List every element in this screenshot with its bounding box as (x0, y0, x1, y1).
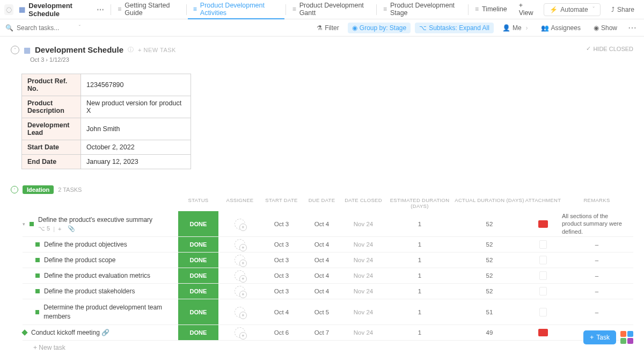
status-cell[interactable]: DONE (178, 211, 218, 236)
attachment-cell[interactable] (524, 329, 562, 336)
date-closed[interactable]: Nov 24 (342, 329, 385, 336)
est-duration[interactable]: 1 (385, 272, 455, 279)
add-subtask[interactable]: + (58, 226, 61, 232)
attachment-cell[interactable] (524, 287, 562, 296)
attachment-cell[interactable] (524, 308, 562, 316)
search-box[interactable]: 🔍 ˇ (5, 24, 80, 32)
attachment-cell[interactable] (524, 220, 562, 228)
due-date[interactable]: Oct 4 (302, 272, 342, 279)
remarks[interactable]: – (562, 257, 632, 263)
task-row[interactable]: Define the product stakeholdersDONEOct 3… (23, 284, 633, 299)
act-duration[interactable]: 52 (455, 221, 524, 227)
col-header[interactable]: ATTACHMENT (524, 195, 562, 211)
assignee-placeholder[interactable] (235, 270, 245, 281)
status-cell[interactable]: DONE (178, 325, 218, 340)
due-date[interactable]: Oct 4 (302, 241, 342, 248)
start-date[interactable]: Oct 3 (261, 288, 302, 294)
new-task-row[interactable]: + New task (11, 341, 633, 353)
due-date[interactable]: Oct 4 (302, 221, 342, 227)
remarks[interactable]: – (562, 309, 632, 315)
assignee-placeholder[interactable] (235, 327, 245, 338)
start-date[interactable]: Oct 3 (261, 241, 302, 248)
start-date[interactable]: Oct 3 (261, 257, 302, 263)
tab-product-development-activities[interactable]: ≡Product Development Activities (188, 0, 284, 19)
info-value[interactable]: John Smith (81, 118, 191, 140)
status-cell[interactable]: DONE (178, 284, 218, 299)
task-name-cell[interactable]: Define the product evaluation metrics (23, 269, 178, 282)
col-header[interactable] (23, 195, 178, 211)
task-name-cell[interactable]: Conduct kickoff meeting 🔗 (23, 326, 178, 339)
est-duration[interactable]: 1 (385, 288, 455, 294)
attachment-icon[interactable]: 📎 (68, 225, 75, 232)
task-name-cell[interactable]: Define the product objectives (23, 238, 178, 251)
app-icon[interactable]: ◌ (4, 4, 13, 15)
task-row[interactable]: ▾Define the product's executive summary⌥… (23, 211, 633, 237)
due-date[interactable]: Oct 5 (302, 309, 342, 315)
info-value[interactable]: 1234567890 (81, 74, 191, 96)
col-header[interactable]: ESTIMATED DURATION (DAYS) (385, 195, 455, 211)
due-date[interactable]: Oct 4 (302, 257, 342, 263)
start-date[interactable]: Oct 4 (261, 309, 302, 315)
remarks[interactable]: – (562, 288, 632, 294)
attachment-cell[interactable] (524, 256, 562, 264)
assignee-placeholder[interactable] (235, 307, 245, 318)
task-row[interactable]: Define the product evaluation metricsDON… (23, 268, 633, 284)
due-date[interactable]: Oct 4 (302, 288, 342, 294)
task-row[interactable]: Define the product scopeDONEOct 3Oct 4No… (23, 253, 633, 268)
info-value[interactable]: January 12, 2023 (81, 155, 191, 169)
subtask-count[interactable]: ⌥ 5 (38, 225, 50, 232)
share-button[interactable]: ⤴ Share (606, 4, 640, 16)
me-button[interactable]: 👤Me› (498, 23, 532, 33)
tab-getting-started-guide[interactable]: ≡Getting Started Guide (112, 0, 185, 19)
expand-icon[interactable]: ▾ (23, 221, 25, 227)
col-header[interactable]: DATE CLOSED (342, 195, 385, 211)
info-value[interactable]: October 2, 2022 (81, 140, 191, 155)
act-duration[interactable]: 51 (455, 309, 524, 315)
tab-timeline[interactable]: ≡Timeline (470, 0, 513, 19)
col-header[interactable]: STATUS (178, 195, 218, 211)
more-button[interactable]: ⋯ (626, 23, 639, 33)
attachment-cell[interactable] (524, 240, 562, 249)
task-name-cell[interactable]: Define the product stakeholders (23, 285, 178, 298)
tab-product-development-stage[interactable]: ≡Product Development Stage (378, 0, 467, 19)
date-closed[interactable]: Nov 24 (342, 309, 385, 315)
new-task-fab[interactable]: + Task (583, 330, 616, 344)
est-duration[interactable]: 1 (385, 329, 455, 336)
show-button[interactable]: ◉Show (589, 23, 621, 33)
automate-button[interactable]: ⚡ Automate ˇ (544, 3, 601, 16)
act-duration[interactable]: 52 (455, 257, 524, 263)
est-duration[interactable]: 1 (385, 309, 455, 315)
task-row[interactable]: Define the product objectivesDONEOct 3Oc… (23, 237, 633, 253)
date-closed[interactable]: Nov 24 (342, 241, 385, 248)
hide-closed-button[interactable]: ✓ HIDE CLOSED (586, 45, 633, 52)
start-date[interactable]: Oct 3 (261, 272, 302, 279)
act-duration[interactable]: 52 (455, 272, 524, 279)
doc-title[interactable]: ▦ Development Schedule ⋯ (16, 2, 109, 18)
est-duration[interactable]: 1 (385, 241, 455, 248)
col-header[interactable]: DUE DATE (302, 195, 342, 211)
est-duration[interactable]: 1 (385, 221, 455, 227)
col-header[interactable]: REMARKS (562, 195, 632, 211)
col-header[interactable]: START DATE (261, 195, 302, 211)
assignee-placeholder[interactable] (235, 239, 245, 250)
task-name-cell[interactable]: Determine the product development team m… (23, 301, 178, 322)
info-icon[interactable]: ⓘ (128, 46, 134, 54)
new-task-button[interactable]: + NEW TASK (138, 47, 176, 53)
due-date[interactable]: Oct 7 (302, 329, 342, 336)
group-toggle[interactable]: ˇ (11, 186, 18, 193)
more-icon[interactable]: ⋯ (94, 5, 106, 14)
act-duration[interactable]: 52 (455, 288, 524, 294)
date-closed[interactable]: Nov 24 (342, 272, 385, 279)
tab-product-development-gantt[interactable]: ≡Product Development Gantt (287, 0, 375, 19)
assignee-placeholder[interactable] (235, 255, 245, 265)
subtasks-button[interactable]: ⌥Subtasks: Expand All (415, 23, 494, 33)
add-view-button[interactable]: + View (514, 0, 542, 19)
assignee-placeholder[interactable] (235, 286, 245, 297)
remarks[interactable]: All sections of the product summary were… (562, 212, 632, 235)
apps-fab[interactable] (620, 331, 633, 344)
col-header[interactable]: ACTUAL DURATION (DAYS) (455, 195, 524, 211)
act-duration[interactable]: 52 (455, 241, 524, 248)
remarks[interactable]: – (562, 272, 632, 279)
col-header[interactable]: ASSIGNEE (218, 195, 261, 211)
search-input[interactable] (17, 24, 74, 32)
